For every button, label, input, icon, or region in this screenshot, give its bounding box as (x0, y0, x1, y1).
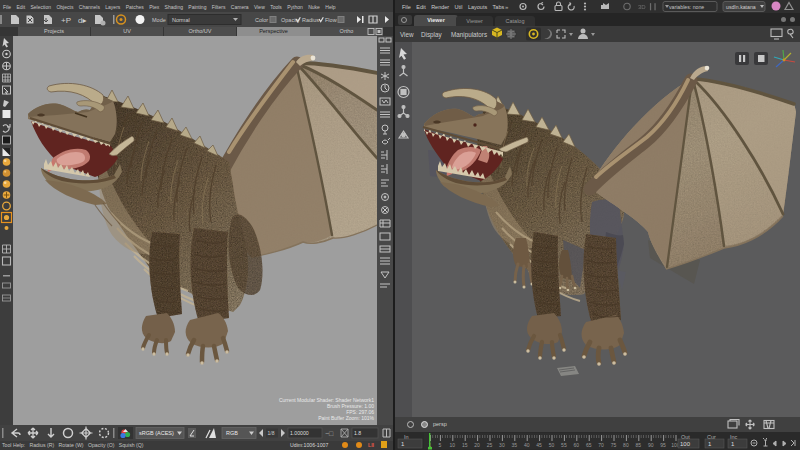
svg-text:100: 100 (680, 441, 691, 447)
svg-text:»: » (505, 4, 509, 10)
svg-text:75: 75 (611, 442, 617, 448)
svg-text:45: 45 (536, 442, 542, 448)
svg-text:90: 90 (648, 442, 654, 448)
svg-text:1.8: 1.8 (354, 430, 361, 436)
svg-text:RGB: RGB (226, 430, 238, 436)
svg-text:95: 95 (660, 442, 666, 448)
svg-text:Flow: Flow (325, 17, 337, 23)
svg-text:65: 65 (586, 442, 592, 448)
svg-text:Normal: Normal (172, 17, 190, 23)
svg-text:55: 55 (561, 442, 567, 448)
svg-text:1.00000: 1.00000 (290, 430, 309, 436)
svg-text:Manipulators: Manipulators (451, 31, 487, 39)
svg-text:15: 15 (462, 442, 468, 448)
svg-text:1/8: 1/8 (268, 430, 275, 436)
svg-text:d▸: d▸ (78, 16, 86, 25)
svg-text:30: 30 (499, 442, 505, 448)
svg-text:80: 80 (623, 442, 629, 448)
svg-text:85: 85 (636, 442, 642, 448)
svg-text:+P: +P (61, 16, 71, 25)
svg-text:70: 70 (598, 442, 604, 448)
svg-text:35: 35 (512, 442, 518, 448)
svg-text:3D: 3D (638, 4, 646, 10)
svg-text:−□: −□ (325, 430, 334, 437)
svg-text:25: 25 (487, 442, 493, 448)
svg-text:Color: Color (255, 17, 268, 23)
svg-text:View: View (400, 31, 414, 38)
svg-text:Mode: Mode (152, 17, 166, 23)
svg-text:40: 40 (524, 442, 530, 448)
svg-text:10: 10 (450, 442, 456, 448)
svg-text:Radius: Radius (302, 17, 319, 23)
svg-text:Display: Display (421, 31, 442, 39)
svg-text:usdIn.katana: usdIn.katana (726, 4, 756, 10)
svg-text:sRGB (ACES): sRGB (ACES) (139, 430, 174, 436)
svg-text:60: 60 (574, 442, 580, 448)
svg-text:▎▎: ▎▎ (649, 3, 659, 11)
svg-text:variables: none: variables: none (669, 4, 704, 10)
svg-text:20: 20 (474, 442, 480, 448)
svg-text:50: 50 (549, 442, 555, 448)
svg-text:5: 5 (439, 442, 442, 448)
